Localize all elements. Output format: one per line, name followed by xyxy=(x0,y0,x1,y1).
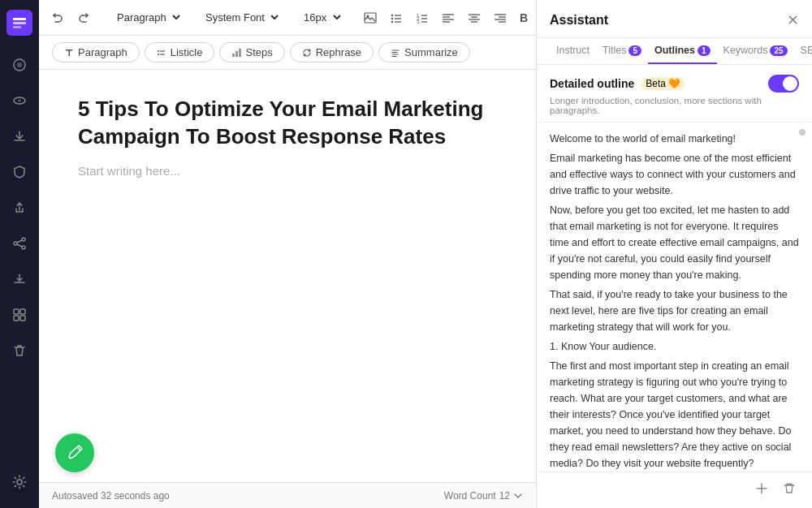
list-ordered-button[interactable]: 1.2.3. xyxy=(412,8,433,28)
svg-rect-10 xyxy=(14,309,19,314)
listicle-format-button[interactable]: Listicle xyxy=(145,42,215,62)
image-button[interactable] xyxy=(360,8,381,28)
align-center-button[interactable] xyxy=(464,8,485,28)
sidebar xyxy=(0,0,39,508)
paragraph-format-button[interactable]: Paragraph xyxy=(52,42,140,62)
sidebar-item-home[interactable] xyxy=(5,50,34,80)
toggle-knob xyxy=(783,76,797,91)
bold-button[interactable]: B xyxy=(516,8,532,28)
align-center-icon xyxy=(468,11,481,24)
keywords-badge: 25 xyxy=(770,45,787,56)
svg-point-43 xyxy=(158,54,159,55)
delete-button[interactable] xyxy=(780,479,799,502)
svg-point-4 xyxy=(17,62,22,67)
svg-rect-1 xyxy=(13,22,26,24)
list-ordered-icon: 1.2.3. xyxy=(416,11,429,24)
sidebar-item-download[interactable] xyxy=(5,122,34,151)
detailed-outline-toggle[interactable] xyxy=(768,75,799,93)
svg-rect-45 xyxy=(232,54,235,57)
content-actions xyxy=(537,471,812,508)
scroll-indicator xyxy=(799,129,806,136)
svg-point-14 xyxy=(17,480,22,484)
outline-section: Detailed outline Beta 🧡 Longer introduct… xyxy=(537,65,812,123)
outline-label: Detailed outline xyxy=(550,77,634,90)
tab-titles[interactable]: Titles 5 xyxy=(596,38,648,64)
rephrase-format-button[interactable]: Rephrase xyxy=(290,42,374,62)
word-count-label: Word Count xyxy=(444,490,496,502)
font-select[interactable]: System Font xyxy=(199,9,281,26)
plus-icon xyxy=(755,482,768,495)
tab-keywords[interactable]: Keywords 25 xyxy=(717,38,794,64)
undo-button[interactable] xyxy=(47,9,68,27)
main-area: Paragraph System Font 16px 1.2.3. B xyxy=(39,0,536,508)
toolbar: Paragraph System Font 16px 1.2.3. B xyxy=(39,0,536,36)
logo-icon xyxy=(11,15,28,31)
svg-rect-12 xyxy=(14,316,19,321)
assistant-panel: Assistant ✕ Instruct Titles 5 Outlines 1… xyxy=(536,0,812,508)
tab-seo[interactable]: SEO 19 xyxy=(794,38,812,64)
steps-icon xyxy=(231,48,241,58)
size-select[interactable]: 16px xyxy=(297,9,343,26)
sidebar-item-share[interactable] xyxy=(5,229,34,258)
sidebar-item-view[interactable] xyxy=(5,86,34,115)
assistant-header: Assistant ✕ xyxy=(537,0,812,38)
outline-text: Welcome to the world of email marketing!… xyxy=(550,131,799,471)
listicle-icon xyxy=(157,48,166,58)
sidebar-item-grid[interactable] xyxy=(5,300,34,329)
summarize-format-button[interactable]: Summarize xyxy=(378,42,470,62)
assistant-content[interactable]: Welcome to the world of email marketing!… xyxy=(537,123,812,471)
app-logo xyxy=(6,10,32,36)
align-left-icon xyxy=(442,11,455,24)
align-right-icon xyxy=(494,11,507,24)
svg-point-6 xyxy=(18,99,21,102)
svg-rect-11 xyxy=(20,309,25,314)
sidebar-item-trash[interactable] xyxy=(5,336,34,365)
word-count-value: 12 xyxy=(499,490,510,502)
rephrase-icon xyxy=(302,48,312,58)
editor-title: 5 Tips To Optimize Your Email Marketing … xyxy=(78,96,497,151)
svg-rect-2 xyxy=(13,26,21,28)
sidebar-item-export[interactable] xyxy=(5,193,34,222)
svg-point-41 xyxy=(158,50,159,52)
align-left-button[interactable] xyxy=(438,8,459,28)
svg-point-9 xyxy=(22,246,25,249)
svg-point-8 xyxy=(14,242,17,245)
fab-button[interactable] xyxy=(55,433,94,472)
assistant-title: Assistant xyxy=(550,13,608,28)
undo-icon xyxy=(52,12,63,24)
tab-instruct[interactable]: Instruct xyxy=(550,38,596,64)
list-unordered-button[interactable] xyxy=(386,8,407,28)
image-icon xyxy=(364,11,377,24)
sidebar-item-settings[interactable] xyxy=(5,467,34,497)
sidebar-item-download2[interactable] xyxy=(5,265,34,294)
titles-badge: 5 xyxy=(628,45,641,56)
close-button[interactable]: ✕ xyxy=(787,11,799,29)
format-bar: Paragraph Listicle Steps Rephrase Summar… xyxy=(39,36,536,70)
outline-description: Longer introduction, conclusion, more se… xyxy=(550,96,799,115)
redo-icon xyxy=(78,12,89,24)
add-section-button[interactable] xyxy=(752,479,771,502)
align-right-button[interactable] xyxy=(490,8,511,28)
svg-point-7 xyxy=(22,238,25,241)
editor-area[interactable]: 5 Tips To Optimize Your Email Marketing … xyxy=(39,70,536,482)
beta-badge: Beta 🧡 xyxy=(641,77,685,90)
svg-rect-13 xyxy=(20,316,25,321)
svg-rect-46 xyxy=(235,51,238,57)
tab-outlines[interactable]: Outlines 1 xyxy=(648,38,717,64)
autosaved-text: Autosaved 32 seconds ago xyxy=(52,490,170,502)
redo-button[interactable] xyxy=(73,9,94,27)
assistant-tabs: Instruct Titles 5 Outlines 1 Keywords 25… xyxy=(537,38,812,65)
outline-header: Detailed outline Beta 🧡 xyxy=(550,75,799,93)
svg-point-18 xyxy=(391,17,393,19)
outlines-badge: 1 xyxy=(698,45,710,56)
word-count[interactable]: Word Count 12 xyxy=(444,490,523,502)
summarize-icon xyxy=(391,48,400,58)
chevron-down-icon xyxy=(513,491,523,501)
editor-placeholder: Start writing here... xyxy=(78,164,497,178)
svg-point-17 xyxy=(391,14,393,15)
steps-format-button[interactable]: Steps xyxy=(219,42,284,62)
sidebar-item-shield[interactable] xyxy=(5,157,34,187)
svg-point-19 xyxy=(391,20,393,22)
trash-icon xyxy=(783,482,796,495)
paragraph-select[interactable]: Paragraph xyxy=(110,9,183,26)
